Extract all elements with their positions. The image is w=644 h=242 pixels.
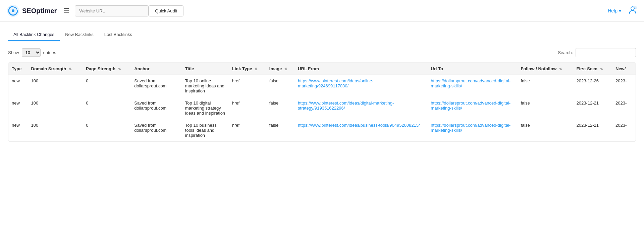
show-entries-control: Show 10 25 50 100 entries [8,48,56,57]
cell-title-0: Top 10 online marketing ideas and inspir… [182,75,229,97]
cell-domain-1: 100 [28,97,83,119]
cell-type-0: new [8,75,28,97]
sort-icon-firstseen: ⇅ [600,67,603,71]
cell-urlto-2[interactable]: https://dollarsprout.com/advanced-digita… [427,119,517,142]
tabs-bar: All Backlink Changes New Backlinks Lost … [8,29,636,41]
cell-follow-0: false [517,75,573,97]
help-label: Help [608,8,618,13]
tab-new-backlinks[interactable]: New Backlinks [60,29,99,41]
col-header-page-strength[interactable]: Page Strength ⇅ [83,63,131,75]
search-area: Search: [558,48,636,57]
sort-icon-follow: ⇅ [559,67,562,71]
url-to-link-2[interactable]: https://dollarsprout.com/advanced-digita… [431,123,511,133]
cell-urlfrom-0[interactable]: https://www.pinterest.com/ideas/online-m… [294,75,427,97]
sort-icon-image: ⇅ [284,67,287,71]
url-from-link-2[interactable]: https://www.pinterest.com/ideas/business… [298,123,420,128]
logo-area: SEOptimer [7,4,57,17]
cell-type-1: new [8,97,28,119]
help-chevron-icon: ▾ [619,8,621,13]
cell-linktype-1: href [229,97,266,119]
url-to-link-0[interactable]: https://dollarsprout.com/advanced-digita… [431,78,511,88]
cell-title-2: Top 10 business tools ideas and inspirat… [182,119,229,142]
col-header-follow[interactable]: Follow / Nofollow ⇅ [517,63,573,75]
cell-image-1: false [266,97,294,119]
search-label: Search: [558,50,573,55]
col-header-title: Title [182,63,229,75]
cell-urlto-1[interactable]: https://dollarsprout.com/advanced-digita… [427,97,517,119]
website-url-input[interactable] [75,5,149,16]
backlinks-table: Type Domain Strength ⇅ Page Strength ⇅ A… [8,63,636,141]
cell-domain-2: 100 [28,119,83,142]
quick-audit-button[interactable]: Quick Audit [149,5,183,16]
hamburger-icon[interactable]: ☰ [63,7,69,15]
main-content: All Backlink Changes New Backlinks Lost … [0,22,644,148]
cell-urlto-0[interactable]: https://dollarsprout.com/advanced-digita… [427,75,517,97]
cell-follow-1: false [517,97,573,119]
cell-anchor-1: Saved from dollarsprout.com [131,97,182,119]
cell-page-1: 0 [83,97,131,119]
cell-new-1: 2023- [612,97,636,119]
col-header-type: Type [8,63,28,75]
cell-firstseen-0: 2023-12-26 [573,75,612,97]
cell-new-2: 2023- [612,119,636,142]
cell-page-2: 0 [83,119,131,142]
cell-domain-0: 100 [28,75,83,97]
cell-urlfrom-2[interactable]: https://www.pinterest.com/ideas/business… [294,119,427,142]
col-header-url-from: URL From [294,63,427,75]
table-header-row: Type Domain Strength ⇅ Page Strength ⇅ A… [8,63,636,75]
cell-image-0: false [266,75,294,97]
col-header-first-seen[interactable]: First Seen ⇅ [573,63,612,75]
cell-anchor-0: Saved from dollarsprout.com [131,75,182,97]
url-to-link-1[interactable]: https://dollarsprout.com/advanced-digita… [431,100,511,111]
sort-icon-domain: ⇅ [69,67,71,71]
col-header-anchor: Anchor [131,63,182,75]
entries-label: entries [43,50,56,55]
header: SEOptimer ☰ Quick Audit Help ▾ + [0,0,644,22]
table-row: new 100 0 Saved from dollarsprout.com To… [8,75,636,97]
cell-urlfrom-1[interactable]: https://www.pinterest.com/ideas/digital-… [294,97,427,119]
cell-anchor-2: Saved from dollarsprout.com [131,119,182,142]
backlinks-table-wrapper: Type Domain Strength ⇅ Page Strength ⇅ A… [8,63,636,142]
cell-type-2: new [8,119,28,142]
show-label: Show [8,50,19,55]
header-right: Help ▾ + [608,5,637,16]
cell-image-2: false [266,119,294,142]
cell-linktype-2: href [229,119,266,142]
cell-firstseen-1: 2023-12-21 [573,97,612,119]
table-row: new 100 0 Saved from dollarsprout.com To… [8,119,636,142]
tab-lost-backlinks[interactable]: Lost Backlinks [99,29,138,41]
help-button[interactable]: Help ▾ [608,8,621,13]
cell-follow-2: false [517,119,573,142]
user-icon[interactable]: + [628,5,637,16]
cell-title-1: Top 10 digital marketing strategy ideas … [182,97,229,119]
url-from-link-1[interactable]: https://www.pinterest.com/ideas/digital-… [298,100,394,111]
sort-icon-linktype: ⇅ [255,67,257,71]
controls-row: Show 10 25 50 100 entries Search: [8,48,636,57]
col-header-link-type[interactable]: Link Type ⇅ [229,63,266,75]
svg-text:+: + [634,7,636,10]
logo-text: SEOptimer [22,7,57,15]
table-row: new 100 0 Saved from dollarsprout.com To… [8,97,636,119]
col-header-domain-strength[interactable]: Domain Strength ⇅ [28,63,83,75]
search-input[interactable] [576,48,636,57]
entries-select[interactable]: 10 25 50 100 [22,48,41,57]
url-from-link-0[interactable]: https://www.pinterest.com/ideas/online-m… [298,78,373,88]
sort-icon-page: ⇅ [118,67,121,71]
col-header-new: New/ [612,63,636,75]
col-header-image[interactable]: Image ⇅ [266,63,294,75]
cell-firstseen-2: 2023-12-21 [573,119,612,142]
tab-all-backlink-changes[interactable]: All Backlink Changes [8,29,60,41]
svg-point-1 [12,9,14,12]
col-header-url-to: Url To [427,63,517,75]
cell-linktype-0: href [229,75,266,97]
cell-new-0: 2023- [612,75,636,97]
logo-icon [7,4,19,17]
cell-page-0: 0 [83,75,131,97]
